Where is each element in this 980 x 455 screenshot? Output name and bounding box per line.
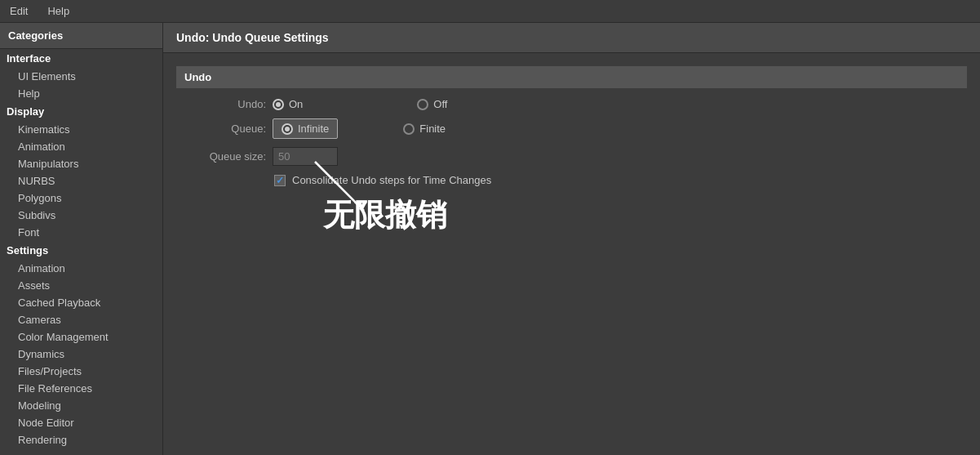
menubar: Edit Help [0, 0, 980, 23]
svg-marker-1 [354, 201, 364, 211]
undo-radio-group: On Off [273, 98, 447, 110]
sidebar-item-cameras[interactable]: Cameras [0, 311, 162, 328]
sidebar-item-manipulators[interactable]: Manipulators [0, 155, 162, 172]
sidebar-item-font[interactable]: Font [0, 224, 162, 241]
sidebar-item-node-editor[interactable]: Node Editor [0, 414, 162, 431]
annotation-text: 无限撤销 [323, 194, 967, 236]
queue-size-label: Queue size: [184, 150, 266, 163]
sidebar-item-assets[interactable]: Assets [0, 277, 162, 294]
section-header: Undo [176, 66, 967, 88]
queue-infinite-label: Infinite [298, 123, 329, 135]
sidebar-item-nurbs[interactable]: NURBS [0, 172, 162, 190]
undo-on-option[interactable]: On [273, 98, 303, 110]
arrow-annotation [299, 154, 397, 219]
queue-finite-radio[interactable] [403, 123, 415, 135]
undo-row: Undo: On Off [176, 98, 967, 110]
annotation-container: 无限撤销 [274, 194, 967, 236]
queue-size-row: Queue size: [176, 147, 967, 166]
sidebar-item-help[interactable]: Help [0, 85, 162, 102]
content-title: Undo: Undo Queue Settings [163, 23, 980, 53]
main-layout: Categories Interface UI Elements Help Di… [0, 23, 980, 455]
undo-on-radio[interactable] [273, 99, 284, 110]
sidebar: Categories Interface UI Elements Help Di… [0, 23, 163, 455]
undo-on-label: On [289, 98, 303, 110]
undo-section: Undo Undo: On Off Queue: [176, 66, 967, 236]
queue-finite-label: Finite [419, 123, 446, 135]
undo-label: Undo: [184, 98, 266, 110]
sidebar-item-cached-playback[interactable]: Cached Playback [0, 294, 162, 311]
sidebar-item-subdivs[interactable]: Subdivs [0, 207, 162, 224]
sidebar-item-animation-settings[interactable]: Animation [0, 260, 162, 277]
sidebar-item-rendering[interactable]: Rendering [0, 431, 162, 448]
undo-off-radio[interactable] [417, 99, 428, 110]
sidebar-item-color-management[interactable]: Color Management [0, 328, 162, 346]
sidebar-category-settings[interactable]: Settings [0, 241, 162, 260]
queue-infinite-option[interactable]: Infinite [273, 118, 338, 139]
sidebar-item-file-references[interactable]: File References [0, 380, 162, 397]
checkbox-check-icon: ✓ [276, 175, 284, 186]
queue-radio-group: Infinite Finite [273, 118, 446, 139]
sidebar-category-display[interactable]: Display [0, 102, 162, 121]
sidebar-category-interface[interactable]: Interface [0, 49, 162, 68]
menu-help[interactable]: Help [44, 3, 73, 19]
content-area: Undo: Undo Queue Settings Undo Undo: On … [163, 23, 980, 455]
queue-label: Queue: [184, 123, 266, 135]
menu-edit[interactable]: Edit [7, 3, 31, 19]
queue-finite-option[interactable]: Finite [403, 123, 446, 135]
undo-off-label: Off [433, 98, 447, 110]
queue-infinite-radio[interactable] [282, 123, 293, 135]
sidebar-item-dynamics[interactable]: Dynamics [0, 346, 162, 363]
sidebar-item-modeling[interactable]: Modeling [0, 397, 162, 414]
sidebar-item-animation-display[interactable]: Animation [0, 138, 162, 155]
sidebar-item-kinematics[interactable]: Kinematics [0, 121, 162, 138]
sidebar-item-polygons[interactable]: Polygons [0, 190, 162, 207]
sidebar-item-files-projects[interactable]: Files/Projects [0, 363, 162, 380]
sidebar-header: Categories [0, 23, 162, 49]
sidebar-item-ui-elements[interactable]: UI Elements [0, 68, 162, 85]
undo-off-option[interactable]: Off [417, 98, 447, 110]
consolidate-checkbox[interactable]: ✓ [274, 175, 286, 186]
queue-row: Queue: Infinite Finite [176, 118, 967, 139]
